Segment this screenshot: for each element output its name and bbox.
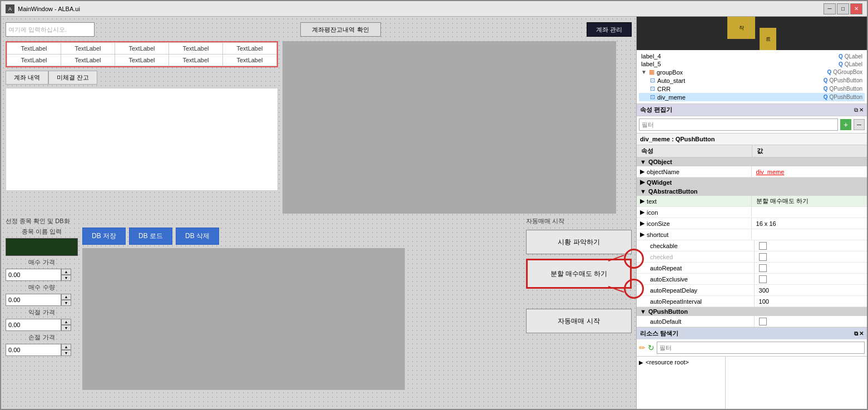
prop-autorepeat-value xyxy=(755,263,867,273)
prop-icon-row: ▶ icon xyxy=(637,207,867,218)
name-input-label: 종목 이름 입력 xyxy=(6,228,78,236)
undock-icon[interactable]: ⧉ xyxy=(854,107,858,113)
buy-price-input[interactable]: ▲ ▼ xyxy=(6,269,78,281)
prop-filter-input[interactable] xyxy=(639,118,838,131)
profit-up[interactable]: ▲ xyxy=(61,319,71,325)
tree-item-label5[interactable]: label_5 Q QLabel xyxy=(639,60,865,68)
prop-add-button[interactable]: + xyxy=(840,119,851,130)
pencil-icon[interactable]: ✏ xyxy=(639,343,646,352)
property-editor: 속성 편집기 ⧉ ✕ + ─ div_meme : QPushButton 속성… xyxy=(637,104,867,327)
autorepeat-checkbox[interactable] xyxy=(759,264,767,272)
text-input-field[interactable]: 여기에 입력하십시오. xyxy=(6,22,95,37)
loss-field[interactable] xyxy=(6,344,61,356)
buy-price-field[interactable] xyxy=(6,269,61,281)
buy-price-up[interactable]: ▲ xyxy=(61,269,71,275)
prop-autorepeatdelay-name: autoRepeatDelay xyxy=(637,285,754,295)
loss-input[interactable]: ▲ ▼ xyxy=(6,344,78,356)
minimize-button[interactable]: ─ xyxy=(824,3,836,14)
split-trade-button[interactable]: 분할 매수매도 하기 xyxy=(526,259,632,289)
db-section: DB 저장 DB 로드 DB 삭제 xyxy=(82,228,405,390)
label: autoRepeatDelay xyxy=(650,287,697,294)
resource-filter-input[interactable] xyxy=(657,342,865,354)
type-badge: Q QLabel xyxy=(839,53,862,60)
dark-top-area: 작 료 xyxy=(637,17,867,50)
label: autoDefault xyxy=(650,318,681,325)
tree-item-name: div_meme xyxy=(657,94,686,101)
close-button[interactable]: ✕ xyxy=(850,3,862,14)
iconsize-display: 16 x 16 xyxy=(756,220,776,227)
section-name: QWidget xyxy=(647,179,672,186)
tree-item-label4[interactable]: label_4 Q QLabel xyxy=(639,52,865,60)
db-delete-button[interactable]: DB 삭제 xyxy=(176,228,219,245)
loss-down[interactable]: ▼ xyxy=(61,350,71,356)
prop-objectname-value[interactable]: div_meme xyxy=(752,166,867,177)
label: shortcut xyxy=(647,231,668,238)
tree-item-crr[interactable]: ⊡ CRR Q QPushButton xyxy=(639,85,865,93)
prop-checkable-value xyxy=(755,240,867,251)
type-name: QLabel xyxy=(845,61,862,67)
window-icon: A xyxy=(6,4,14,13)
label: icon xyxy=(647,209,658,216)
db-save-button[interactable]: DB 저장 xyxy=(82,228,126,245)
checkable-checkbox[interactable] xyxy=(759,242,767,250)
type-badge: Q QPushButton xyxy=(824,94,862,100)
buy-price-down[interactable]: ▼ xyxy=(61,275,71,281)
resource-root-label: <resource root> xyxy=(646,359,689,365)
prop-min-button[interactable]: ─ xyxy=(854,119,865,130)
title-bar-buttons: ─ □ ✕ xyxy=(824,3,862,14)
table-cell: TextLabel xyxy=(61,55,115,66)
buy-qty-field[interactable] xyxy=(6,294,61,306)
close-resource-icon[interactable]: ✕ xyxy=(859,330,864,337)
prop-object-label: div_meme : QPushButton xyxy=(637,134,867,145)
split-trade-container: 분할 매수매도 하기 xyxy=(526,259,632,289)
prop-col-name: 속성 xyxy=(637,145,752,157)
table-cell: TextLabel xyxy=(7,55,61,66)
profit-price-label: 익절 가격 xyxy=(6,308,78,317)
buy-qty-up[interactable]: ▲ xyxy=(61,294,71,300)
tab-account-history[interactable]: 계좌 내역 xyxy=(6,71,48,85)
profit-input[interactable]: ▲ ▼ xyxy=(6,319,78,331)
autodefault-checkbox[interactable] xyxy=(759,318,767,325)
q-icon: Q xyxy=(824,86,828,92)
buy-qty-input[interactable]: ▲ ▼ xyxy=(6,294,78,306)
db-load-button[interactable]: DB 로드 xyxy=(129,228,172,245)
close-prop-icon[interactable]: ✕ xyxy=(859,107,864,113)
prop-autodefault-value xyxy=(755,316,867,327)
table-cell: TextLabel xyxy=(169,55,223,66)
arrow-icon: ▶ xyxy=(640,209,644,216)
dark-area-buttons: 작 료 xyxy=(727,17,776,50)
profit-field[interactable] xyxy=(6,319,61,331)
situation-analyze-button[interactable]: 시황 파악하기 xyxy=(526,230,632,254)
pushbtn-icon: ⊡ xyxy=(650,93,655,101)
tree-item-autostart[interactable]: ⊡ Auto_start Q QPushButton xyxy=(639,76,865,85)
prop-text-name: ▶ text xyxy=(637,196,751,206)
inventory-check-button[interactable]: 계좌평잔고내역 확인 xyxy=(300,22,380,37)
checked-checkbox[interactable] xyxy=(759,253,767,261)
undock-resource-icon[interactable]: ⧉ xyxy=(854,330,858,337)
prop-table: ▼ QObject ▶ objectName div_meme xyxy=(637,157,867,327)
buy-qty-down[interactable]: ▼ xyxy=(61,300,71,306)
tree-item-divmeme[interactable]: ⊡ div_meme Q QPushButton xyxy=(639,93,865,101)
section-qwidget: ▶ QWidget xyxy=(637,177,867,187)
profit-down[interactable]: ▼ xyxy=(61,325,71,331)
tab-pending-stock[interactable]: 미체결 잔고 xyxy=(48,71,97,85)
text-area[interactable] xyxy=(6,88,278,191)
resource-root-item[interactable]: ▶ <resource root> xyxy=(639,359,723,365)
q-icon: Q xyxy=(839,53,843,60)
table-cell: TextLabel xyxy=(7,43,61,55)
title-bar: A MainWindow - ALBA.ui ─ □ ✕ xyxy=(1,1,867,17)
loss-spinners: ▲ ▼ xyxy=(61,344,71,356)
autoexclusive-checkbox[interactable] xyxy=(759,275,767,283)
tree-item-groupbox[interactable]: ▼ ▦ groupBox Q QGroupBox xyxy=(639,68,865,76)
right-panel: 작 료 label_4 Q QLabel xyxy=(636,17,867,409)
maximize-button[interactable]: □ xyxy=(837,3,849,14)
tree-item-name: groupBox xyxy=(657,69,683,76)
resource-title: 리소스 탐색기 xyxy=(640,329,678,338)
auto-trade-start-button[interactable]: 자동매매 시작 xyxy=(526,309,632,333)
account-manage-button[interactable]: 계좌 관리 xyxy=(587,22,632,37)
section-qpushbutton: ▼ QPushButton xyxy=(637,307,867,316)
object-tree: label_4 Q QLabel label_5 Q QLabel xyxy=(637,50,867,104)
loss-up[interactable]: ▲ xyxy=(61,344,71,350)
label: autoRepeat xyxy=(650,265,682,271)
refresh-icon[interactable]: ↻ xyxy=(648,343,654,352)
